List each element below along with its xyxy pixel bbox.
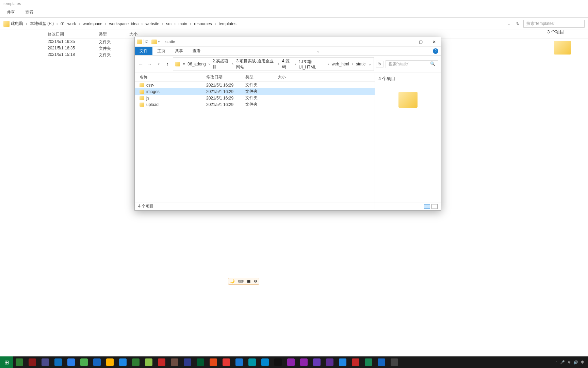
fg-header-name[interactable]: 名称 xyxy=(135,74,206,80)
moon-icon[interactable]: 🌙 xyxy=(230,279,235,283)
taskbar-app[interactable] xyxy=(233,356,246,368)
file-row[interactable]: js2021/5/1 16:29文件夹 xyxy=(135,95,375,101)
taskbar-app[interactable] xyxy=(194,356,207,368)
taskbar-app[interactable] xyxy=(65,356,78,368)
file-row[interactable]: upload2021/5/1 16:29文件夹 xyxy=(135,101,375,108)
taskbar-app[interactable] xyxy=(336,356,349,368)
fg-file-list-area[interactable]: 名称 修改日期 类型 大小 css2021/5/1 16:29文件夹images… xyxy=(135,73,375,209)
taskbar-app[interactable] xyxy=(349,356,362,368)
bg-header-size[interactable]: 大小 xyxy=(129,31,157,37)
qat-checkbox-icon[interactable]: ☑ xyxy=(145,40,148,44)
breadcrumb-segment[interactable]: static xyxy=(356,62,365,66)
taskbar-app[interactable] xyxy=(168,356,181,368)
help-icon[interactable]: ? xyxy=(433,48,438,54)
taskbar-app[interactable] xyxy=(91,356,103,368)
taskbar-app[interactable] xyxy=(129,356,142,368)
taskbar-app[interactable] xyxy=(155,356,168,368)
taskbar-app[interactable] xyxy=(181,356,194,368)
breadcrumb-segment[interactable]: workspace_idea xyxy=(109,21,139,26)
qat-dropdown-icon[interactable]: ▾ xyxy=(158,40,160,43)
foreground-explorer-window[interactable]: ☑ ▾ static — ▢ ✕ 文件 主页 共享 查看 ⌄ ? ← → ▾ ↑… xyxy=(134,37,441,211)
ribbon-tab-share[interactable]: 共享 xyxy=(170,47,188,55)
bg-breadcrumb[interactable]: 此电脑›本地磁盘 (F:)›01_work›workspace›workspac… xyxy=(11,21,504,27)
breadcrumb-segment[interactable]: 01_work xyxy=(61,21,76,26)
taskbar-app[interactable] xyxy=(26,356,39,368)
taskbar-app[interactable] xyxy=(323,356,336,368)
taskbar-app[interactable] xyxy=(272,356,284,368)
breadcrumb-segment[interactable]: 1.PC端UI_HTML xyxy=(299,59,325,70)
breadcrumb-segment[interactable]: web_html xyxy=(332,62,349,66)
bg-ribbon-view[interactable]: 查看 xyxy=(25,10,33,15)
breadcrumb-segment[interactable]: 4.源码 xyxy=(282,58,292,70)
fg-header-date[interactable]: 修改日期 xyxy=(206,74,245,80)
system-tray[interactable]: ^ 🎤 ≋ 🔊 中 xyxy=(556,360,588,365)
taskbar-app[interactable] xyxy=(284,356,297,368)
breadcrumb-segment[interactable]: resources xyxy=(194,21,212,26)
taskbar-app[interactable] xyxy=(13,356,26,368)
nav-up-icon[interactable]: ↑ xyxy=(164,61,171,67)
file-row[interactable]: images2021/5/1 16:29文件夹 xyxy=(135,88,375,95)
taskbar-app[interactable] xyxy=(116,356,129,368)
bg-header-date[interactable]: 修改日期 xyxy=(48,31,99,37)
grid-icon[interactable]: ▦ xyxy=(247,279,250,283)
taskbar-app[interactable] xyxy=(142,356,155,368)
breadcrumb-segment[interactable]: src xyxy=(166,21,172,26)
nav-back-icon[interactable]: ← xyxy=(137,61,144,67)
refresh-icon[interactable]: ↻ xyxy=(376,61,383,67)
taskbar-app[interactable] xyxy=(259,356,272,368)
taskbar-app[interactable] xyxy=(246,356,259,368)
breadcrumb-overflow[interactable]: « xyxy=(183,62,185,66)
floating-tool-widget[interactable]: 🌙 ⌨ ▦ ⚙ xyxy=(228,278,259,285)
icons-view-button[interactable] xyxy=(431,204,438,209)
taskbar[interactable]: ⊞ ^ 🎤 ≋ 🔊 中 xyxy=(0,356,588,368)
fg-header-type[interactable]: 类型 xyxy=(245,74,278,80)
breadcrumb-segment[interactable]: workspace xyxy=(83,21,102,26)
breadcrumb-segment[interactable]: 3.项目实战-通用企业网站 xyxy=(236,58,275,70)
bg-search-input[interactable]: 搜索"templates" xyxy=(523,20,585,28)
ribbon-tab-home[interactable]: 主页 xyxy=(152,47,170,55)
fg-search-input[interactable]: 搜索"static" 🔍 xyxy=(386,60,438,68)
fg-header-size[interactable]: 大小 xyxy=(278,74,298,80)
breadcrumb-segment[interactable]: 06_adong xyxy=(187,62,206,66)
breadcrumb-segment[interactable]: website xyxy=(145,21,159,26)
taskbar-app[interactable] xyxy=(103,356,116,368)
bg-header-type[interactable]: 类型 xyxy=(99,31,129,37)
taskbar-app[interactable] xyxy=(310,356,323,368)
close-button[interactable]: ✕ xyxy=(427,37,441,47)
maximize-button[interactable]: ▢ xyxy=(414,37,427,47)
ribbon-expand-icon[interactable]: ⌄ xyxy=(316,49,322,53)
minimize-button[interactable]: — xyxy=(400,37,414,47)
breadcrumb-segment[interactable]: 此电脑 xyxy=(11,21,23,27)
taskbar-app[interactable] xyxy=(362,356,375,368)
details-view-button[interactable] xyxy=(424,204,430,209)
keyboard-icon[interactable]: ⌨ xyxy=(238,279,244,283)
ime-indicator[interactable]: 中 xyxy=(581,360,585,365)
breadcrumb-segment[interactable]: main xyxy=(178,21,187,26)
taskbar-app[interactable] xyxy=(220,356,233,368)
taskbar-app[interactable] xyxy=(207,356,220,368)
gear-icon[interactable]: ⚙ xyxy=(254,279,257,283)
taskbar-app[interactable] xyxy=(52,356,65,368)
microphone-icon[interactable]: 🎤 xyxy=(560,360,565,365)
fg-column-headers[interactable]: 名称 修改日期 类型 大小 xyxy=(135,73,375,82)
bg-breadcrumb-dropdown[interactable]: ⌄ xyxy=(505,21,512,26)
volume-icon[interactable]: 🔊 xyxy=(573,360,578,365)
taskbar-app[interactable] xyxy=(375,356,388,368)
file-row[interactable]: css2021/5/1 16:29文件夹 xyxy=(135,82,375,88)
start-button[interactable]: ⊞ xyxy=(0,356,13,368)
tray-caret-icon[interactable]: ^ xyxy=(556,360,557,364)
breadcrumb-segment[interactable]: 本地磁盘 (F:) xyxy=(30,21,54,27)
fg-titlebar[interactable]: ☑ ▾ static — ▢ ✕ xyxy=(135,37,441,47)
nav-recent-dropdown[interactable]: ▾ xyxy=(155,62,162,66)
nav-forward-icon[interactable]: → xyxy=(146,61,153,67)
fg-breadcrumb[interactable]: «06_adong›2.实战项目›3.项目实战-通用企业网站›4.源码›1.PC… xyxy=(173,57,374,71)
breadcrumb-segment[interactable]: templates xyxy=(219,21,236,26)
taskbar-app[interactable] xyxy=(297,356,310,368)
network-icon[interactable]: ≋ xyxy=(568,360,571,365)
bg-ribbon-share[interactable]: 共享 xyxy=(7,10,15,15)
ribbon-tab-file[interactable]: 文件 xyxy=(135,47,152,55)
breadcrumb-dropdown[interactable]: ⌄ xyxy=(368,62,372,66)
ribbon-tab-view[interactable]: 查看 xyxy=(188,47,206,55)
breadcrumb-segment[interactable]: 2.实战项目 xyxy=(213,58,230,70)
taskbar-app[interactable] xyxy=(388,356,401,368)
